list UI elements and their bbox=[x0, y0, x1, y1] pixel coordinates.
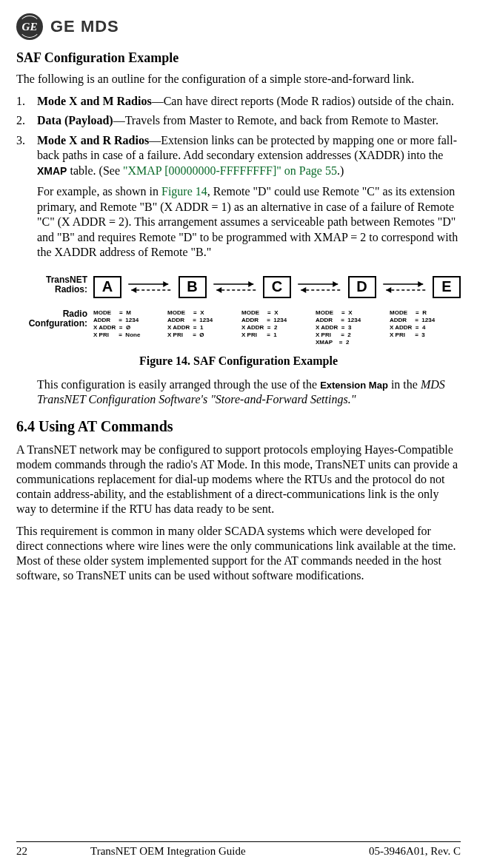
page-number: 22 bbox=[16, 845, 53, 858]
list-body: Mode X and R Radios—Extension links can … bbox=[37, 133, 461, 178]
saf-config-heading: SAF Configuration Example bbox=[16, 50, 461, 66]
svg-marker-13 bbox=[418, 281, 423, 287]
config-software-paragraph: This configuration is easily arranged th… bbox=[37, 377, 461, 408]
diagram-config-row: Radio Confguration: MODE = M ADDR = 1234… bbox=[16, 309, 461, 346]
ge-monogram-text: GE bbox=[22, 21, 38, 33]
list-rest-c: .) bbox=[337, 164, 344, 177]
xmap-token: XMAP bbox=[37, 165, 67, 177]
cfg-para-a: This configuration is easily arranged th… bbox=[37, 378, 320, 391]
config-blocks: MODE = M ADDR = 1234 X ADDR = Ø X PRI = … bbox=[93, 309, 461, 346]
list-number: 3. bbox=[16, 133, 37, 178]
diagram-nodes: A B C D E bbox=[93, 274, 461, 300]
list-item: 3. Mode X and R Radios—Extension links c… bbox=[16, 133, 461, 178]
node-b: B bbox=[179, 276, 207, 298]
list-bold: Data (Payload) bbox=[37, 114, 113, 127]
svg-marker-11 bbox=[301, 287, 306, 293]
config-steps-list: 1. Mode X and M Radios—Can have direct r… bbox=[16, 94, 461, 178]
config-label: Radio Confguration: bbox=[16, 309, 93, 330]
svg-marker-7 bbox=[216, 287, 221, 293]
list-item: 2. Data (Payload)—Travels from Master to… bbox=[16, 113, 461, 128]
cfg-block-c: MODE = X ADDR = 1234 X ADDR = 2 X PRI = … bbox=[241, 309, 313, 346]
example-paragraph: For example, as shown in Figure 14, Remo… bbox=[37, 184, 461, 260]
header-logo: GE GE MDS bbox=[16, 13, 461, 40]
intro-paragraph: The following is an outline for the conf… bbox=[16, 72, 461, 87]
list-item: 1. Mode X and M Radios—Can have direct r… bbox=[16, 94, 461, 109]
node-c: C bbox=[263, 276, 291, 298]
cfg-para-b: in the bbox=[388, 378, 421, 391]
at-para-1: A TransNET network may be configured to … bbox=[16, 443, 461, 517]
figure-caption: Figure 14. SAF Configuration Example bbox=[16, 354, 461, 369]
svg-marker-1 bbox=[163, 281, 168, 287]
svg-marker-5 bbox=[248, 281, 253, 287]
at-para-2: This requirement is common in many older… bbox=[16, 524, 461, 583]
list-number: 1. bbox=[16, 94, 37, 109]
list-bold: Mode X and R Radios bbox=[37, 134, 149, 147]
node-d: D bbox=[348, 276, 376, 298]
list-body: Mode X and M Radios—Can have direct repo… bbox=[37, 94, 461, 109]
list-number: 2. bbox=[16, 113, 37, 128]
cfg-block-e: MODE = R ADDR = 1234 X ADDR = 4 X PRI = … bbox=[390, 309, 461, 346]
arrow-icon bbox=[123, 276, 177, 298]
ge-monogram-icon: GE bbox=[16, 13, 43, 40]
node-a: A bbox=[93, 276, 121, 298]
arrow-icon bbox=[293, 276, 347, 298]
arrow-icon bbox=[378, 276, 432, 298]
saf-diagram: TransNET Radios: A B C D E Radio Confgur… bbox=[16, 274, 461, 346]
list-rest: —Travels from Master to Remote, and back… bbox=[113, 114, 438, 127]
footer-title: TransNET OEM Integration Guide bbox=[53, 845, 369, 858]
list-bold: Mode X and M Radios bbox=[37, 95, 152, 107]
svg-marker-9 bbox=[333, 281, 338, 287]
list-body: Data (Payload)—Travels from Master to Re… bbox=[37, 113, 461, 128]
at-commands-heading: 6.4 Using AT Commands bbox=[16, 418, 461, 435]
cfg-block-a: MODE = M ADDR = 1234 X ADDR = Ø X PRI = … bbox=[93, 309, 164, 346]
svg-marker-3 bbox=[131, 287, 136, 293]
figure-14-link[interactable]: Figure 14 bbox=[161, 185, 207, 198]
node-e: E bbox=[433, 276, 461, 298]
extension-map-token: Extension Map bbox=[320, 380, 388, 391]
radios-label: TransNET Radios: bbox=[16, 274, 93, 296]
svg-marker-15 bbox=[386, 287, 391, 293]
cfg-block-d: MODE = X ADDR = 1234 X ADDR = 3 X PRI = … bbox=[316, 309, 387, 346]
xmap-page-link[interactable]: "XMAP [00000000-FFFFFFFF]" on Page 55 bbox=[123, 164, 337, 177]
page-footer: 22 TransNET OEM Integration Guide 05-394… bbox=[16, 841, 461, 858]
diagram-nodes-row: TransNET Radios: A B C D E bbox=[16, 274, 461, 300]
example-text-a: For example, as shown in bbox=[37, 185, 161, 198]
footer-revision: 05-3946A01, Rev. C bbox=[369, 845, 461, 858]
cfg-block-b: MODE = X ADDR = 1234 X ADDR = 1 X PRI = … bbox=[167, 309, 238, 346]
list-rest-b: table. (See bbox=[67, 164, 123, 177]
brand-text: GE MDS bbox=[50, 17, 119, 36]
list-rest: —Can have direct reports (Mode R radios)… bbox=[152, 95, 454, 107]
arrow-icon bbox=[208, 276, 262, 298]
